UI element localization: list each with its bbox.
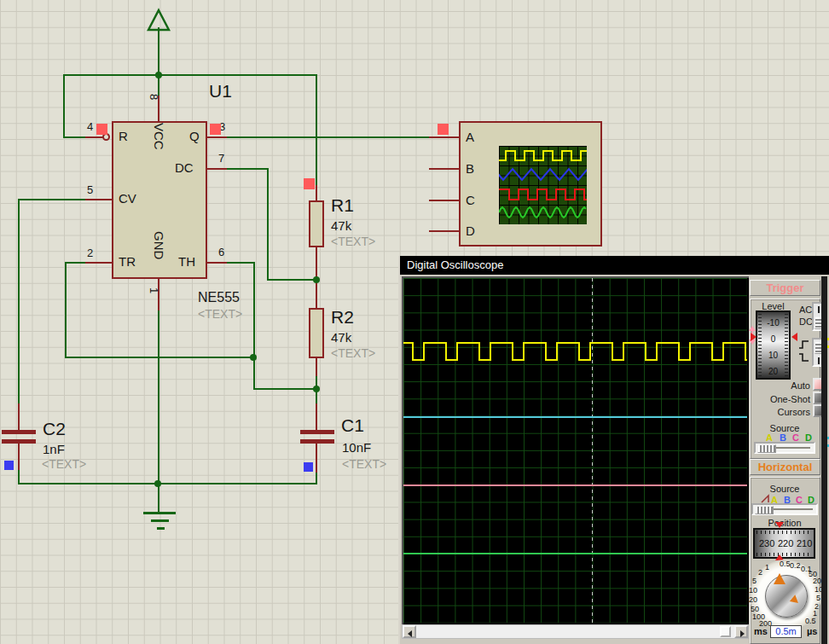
wire[interactable]	[63, 74, 317, 76]
pin-stub[interactable]	[429, 168, 459, 170]
wire[interactable]	[63, 74, 65, 138]
u1-pin-number: 7	[218, 153, 224, 164]
wire[interactable]	[65, 262, 67, 358]
pin-stub[interactable]	[18, 444, 20, 470]
r1-value: 47k	[331, 219, 351, 232]
wire[interactable]	[226, 136, 429, 138]
trigger-source-slider[interactable]	[754, 442, 815, 454]
selection-marker-red	[438, 124, 449, 135]
ms-unit-label: ms	[754, 627, 768, 636]
junction-dot	[155, 72, 162, 78]
pin-stub[interactable]	[158, 279, 159, 310]
arrow-right-icon	[740, 630, 745, 637]
pin-stub[interactable]	[207, 262, 227, 264]
u1-pin-name-vcc: VCC	[153, 123, 165, 150]
wire[interactable]	[158, 310, 159, 484]
pin-stub[interactable]	[316, 444, 317, 473]
dc-label: DC	[799, 316, 813, 327]
scope-screen-bezel	[402, 276, 752, 628]
horizontal-section-header: Horizontal	[750, 459, 820, 475]
pin-stub[interactable]	[85, 262, 112, 264]
wire[interactable]	[158, 27, 159, 75]
c1-ref[interactable]: C1	[341, 416, 364, 434]
scroll-left-button[interactable]	[403, 625, 416, 638]
dial-label: 20	[749, 596, 757, 604]
arrow-left-icon	[408, 630, 412, 637]
u1-pin-number: 8	[148, 94, 159, 100]
ac-label: AC	[799, 305, 812, 315]
scope-screen[interactable]	[403, 278, 747, 623]
wire[interactable]	[18, 199, 86, 200]
wire[interactable]	[65, 357, 255, 358]
pin-stub[interactable]	[85, 136, 103, 138]
dial-label: 2	[758, 569, 762, 577]
r2-ref[interactable]: R2	[331, 308, 354, 326]
pin-stub[interactable]	[316, 403, 317, 432]
u1-pin-number: 4	[87, 121, 93, 132]
u1-pin-number: 2	[87, 247, 93, 258]
ground-symbol[interactable]	[143, 512, 176, 514]
timebase-knob[interactable]	[765, 575, 808, 618]
c2-value: 1nF	[43, 443, 65, 455]
wire[interactable]	[253, 262, 255, 390]
trigger-section-header: Trigger	[750, 280, 820, 296]
slider-handle[interactable]	[757, 444, 776, 453]
capacitor-c2-plate[interactable]	[2, 430, 36, 434]
wire[interactable]	[158, 484, 159, 513]
resistor-r2-body[interactable]	[309, 308, 324, 358]
dial-label: 20	[813, 577, 821, 585]
window-titlebar[interactable]: Digital Oscilloscope	[400, 256, 829, 275]
wire[interactable]	[316, 74, 317, 185]
level-pointer-right-icon	[791, 333, 797, 341]
pin-stub[interactable]	[207, 168, 227, 170]
us-unit-label: µs	[807, 627, 817, 636]
pin-stub[interactable]	[316, 185, 317, 200]
panel-divider	[821, 276, 827, 644]
dial-label: 5	[752, 577, 757, 585]
pin-stub[interactable]	[316, 279, 317, 308]
pin-stub[interactable]	[429, 230, 459, 232]
timebase-value-display: 0.5m	[770, 625, 802, 638]
scrollbar-thumb[interactable]	[720, 626, 731, 637]
wire[interactable]	[226, 168, 269, 170]
wire[interactable]	[65, 262, 86, 264]
pin-stub[interactable]	[207, 136, 227, 138]
selection-marker-red	[96, 124, 107, 135]
wire[interactable]	[226, 262, 255, 264]
capacitor-c1-plate[interactable]	[300, 439, 334, 444]
wire[interactable]	[18, 483, 317, 484]
wire[interactable]	[267, 279, 317, 281]
pin-stub[interactable]	[18, 403, 20, 432]
position-dial[interactable]: 230 220 210	[753, 528, 815, 559]
pin-stub[interactable]	[429, 200, 459, 201]
proteus-schematic-canvas[interactable]: R CV TR Q DC TH VCC GND 4 5 2 3 7 6 8 1 …	[0, 0, 829, 644]
resistor-r1-body[interactable]	[309, 200, 324, 247]
oscilloscope-window[interactable]: Digital Oscilloscope Trigger Level -10 0	[398, 256, 829, 644]
wire[interactable]	[63, 136, 86, 138]
selection-marker-red	[304, 178, 315, 189]
scope-input-b: B	[466, 162, 474, 175]
capacitor-c2-plate[interactable]	[2, 439, 36, 444]
slider-handle[interactable]	[755, 506, 774, 514]
horizontal-source-slider[interactable]	[751, 503, 818, 515]
c2-ref[interactable]: C2	[43, 420, 66, 438]
dial-label: 1	[765, 564, 769, 571]
u1-pin-number: 1	[148, 287, 159, 293]
u1-ref[interactable]: U1	[209, 82, 232, 100]
scroll-right-button[interactable]	[734, 625, 748, 638]
pin-stub[interactable]	[316, 358, 317, 376]
trigger-level-knob[interactable]: -10 0 10 20	[756, 310, 791, 380]
r1-text-placeholder: <TEXT>	[331, 235, 375, 247]
pin-stub[interactable]	[429, 136, 459, 138]
level-tick-label: 20	[757, 368, 789, 376]
u1-pin-name-r: R	[119, 130, 128, 142]
c1-value: 10nF	[342, 441, 371, 454]
wire[interactable]	[18, 199, 20, 405]
wire[interactable]	[267, 168, 269, 281]
pin-stub[interactable]	[85, 199, 112, 200]
wire[interactable]	[18, 469, 20, 484]
horizontal-scrollbar[interactable]	[402, 624, 749, 639]
wire[interactable]	[253, 388, 317, 390]
r1-ref[interactable]: R1	[331, 196, 354, 214]
capacitor-c1-plate[interactable]	[300, 430, 334, 434]
